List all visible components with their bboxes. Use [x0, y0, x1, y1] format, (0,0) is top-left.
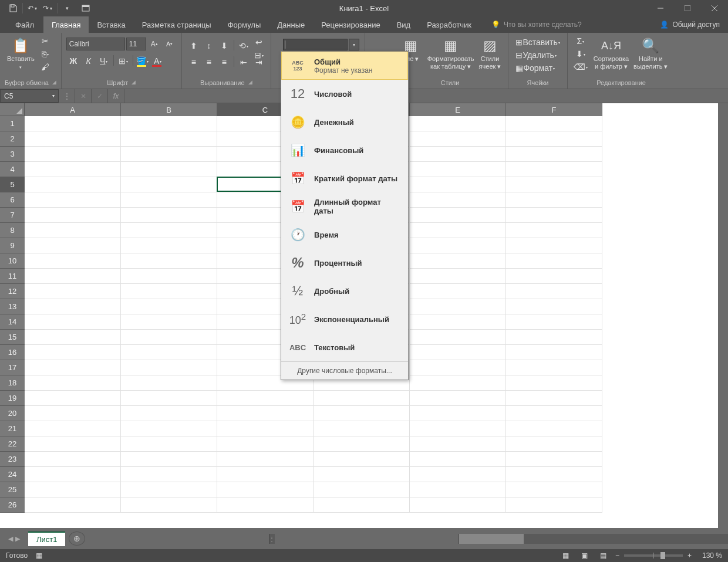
row-header[interactable]: 20: [0, 406, 25, 421]
cell[interactable]: [121, 299, 217, 314]
tab-split-handle[interactable]: ⋮: [269, 534, 275, 544]
sort-filter-button[interactable]: A↓Я Сортировка и фильтр ▾: [591, 35, 631, 72]
cell[interactable]: [217, 406, 314, 421]
format-painter-button[interactable]: 🖌: [38, 61, 52, 73]
name-box-expand[interactable]: ⋮: [59, 89, 75, 103]
row-header[interactable]: 23: [0, 452, 25, 467]
macro-record-icon[interactable]: ▦: [36, 551, 42, 560]
number-format-input[interactable]: [283, 39, 348, 50]
fill-button[interactable]: ⬇▾: [574, 48, 588, 60]
decrease-indent-button[interactable]: ⇤: [237, 56, 251, 68]
view-page-layout-button[interactable]: ▣: [578, 550, 592, 561]
align-middle-button[interactable]: ↕: [202, 40, 216, 52]
font-color-button[interactable]: A▾: [151, 55, 165, 67]
cell[interactable]: [121, 406, 217, 421]
format-option[interactable]: 🕐Время: [281, 221, 408, 249]
zoom-slider[interactable]: [624, 554, 683, 557]
cell[interactable]: [506, 436, 602, 452]
tab-вид[interactable]: Вид: [389, 16, 419, 33]
format-option[interactable]: 📊Финансовый: [281, 136, 408, 164]
maximize-button[interactable]: [674, 0, 701, 16]
cell[interactable]: [410, 269, 506, 284]
format-option[interactable]: ½Дробный: [281, 277, 408, 305]
column-header[interactable]: F: [506, 103, 602, 116]
cell[interactable]: [121, 314, 217, 330]
row-header[interactable]: 12: [0, 284, 25, 299]
number-format-dropdown-button[interactable]: ▾: [349, 39, 359, 50]
row-header[interactable]: 22: [0, 436, 25, 452]
row-header[interactable]: 9: [0, 238, 25, 253]
cell[interactable]: [506, 147, 602, 162]
cell[interactable]: [314, 452, 410, 467]
cell[interactable]: [25, 497, 121, 513]
cell[interactable]: [506, 192, 602, 208]
row-header[interactable]: 5: [0, 177, 25, 192]
ribbon-display-options-icon[interactable]: [74, 5, 97, 12]
delete-cells-button[interactable]: ⊟ Удалить ▾: [513, 49, 558, 61]
cell[interactable]: [25, 162, 121, 177]
tab-разработчик[interactable]: Разработчик: [419, 16, 480, 33]
align-right-button[interactable]: ≡: [217, 56, 231, 68]
cell[interactable]: [25, 131, 121, 147]
dialog-launcher-icon[interactable]: ◢: [248, 79, 252, 86]
cell[interactable]: [506, 497, 602, 513]
formula-input[interactable]: [124, 89, 728, 103]
cell[interactable]: [506, 345, 602, 360]
row-header[interactable]: 8: [0, 223, 25, 238]
cell[interactable]: [25, 452, 121, 467]
cell[interactable]: [25, 482, 121, 497]
cell[interactable]: [121, 177, 217, 192]
cell[interactable]: [410, 208, 506, 223]
enter-formula-button[interactable]: ✓: [92, 89, 108, 103]
cell[interactable]: [506, 208, 602, 223]
cell[interactable]: [410, 360, 506, 375]
row-header[interactable]: 15: [0, 330, 25, 345]
cell[interactable]: [121, 497, 217, 513]
copy-button[interactable]: ⎘▾: [38, 48, 52, 60]
name-box[interactable]: C5 ▾: [0, 89, 59, 103]
cell[interactable]: [410, 452, 506, 467]
align-center-button[interactable]: ≡: [202, 56, 216, 68]
increase-font-button[interactable]: A▴: [147, 38, 161, 50]
cell[interactable]: [121, 116, 217, 131]
cell[interactable]: [506, 330, 602, 345]
dialog-launcher-icon[interactable]: ◢: [132, 79, 136, 86]
redo-button[interactable]: ↷▾: [41, 1, 55, 15]
cell[interactable]: [410, 497, 506, 513]
tab-file[interactable]: Файл: [6, 16, 43, 33]
cell[interactable]: [410, 345, 506, 360]
row-header[interactable]: 2: [0, 131, 25, 147]
tab-разметка страницы[interactable]: Разметка страницы: [134, 16, 220, 33]
cell[interactable]: [506, 452, 602, 467]
cell[interactable]: [121, 208, 217, 223]
cell[interactable]: [506, 421, 602, 436]
cell[interactable]: [121, 452, 217, 467]
cell[interactable]: [25, 330, 121, 345]
format-option[interactable]: 📅Длинный формат даты: [281, 192, 408, 221]
cell[interactable]: [121, 284, 217, 299]
cancel-formula-button[interactable]: ✕: [75, 89, 92, 103]
align-left-button[interactable]: ≡: [187, 56, 201, 68]
cell[interactable]: [314, 436, 410, 452]
cell[interactable]: [25, 406, 121, 421]
cell[interactable]: [410, 421, 506, 436]
cell[interactable]: [25, 421, 121, 436]
close-button[interactable]: [701, 0, 728, 16]
cell[interactable]: [410, 116, 506, 131]
row-header[interactable]: 1: [0, 116, 25, 131]
tab-вставка[interactable]: Вставка: [89, 16, 133, 33]
add-sheet-button[interactable]: ⊕: [69, 531, 85, 546]
cell[interactable]: [121, 467, 217, 482]
cell[interactable]: [25, 467, 121, 482]
view-page-break-button[interactable]: ▤: [596, 550, 611, 561]
cell[interactable]: [506, 284, 602, 299]
cell[interactable]: [314, 391, 410, 406]
dialog-launcher-icon[interactable]: ◢: [52, 79, 56, 86]
zoom-in-button[interactable]: +: [687, 551, 692, 560]
format-option[interactable]: 12Числовой: [281, 80, 408, 108]
cell[interactable]: [506, 360, 602, 375]
merge-cells-button[interactable]: ⊟▾: [252, 49, 266, 61]
cell[interactable]: [121, 131, 217, 147]
font-size-combo[interactable]: [126, 38, 146, 50]
align-bottom-button[interactable]: ⬇: [217, 40, 231, 52]
